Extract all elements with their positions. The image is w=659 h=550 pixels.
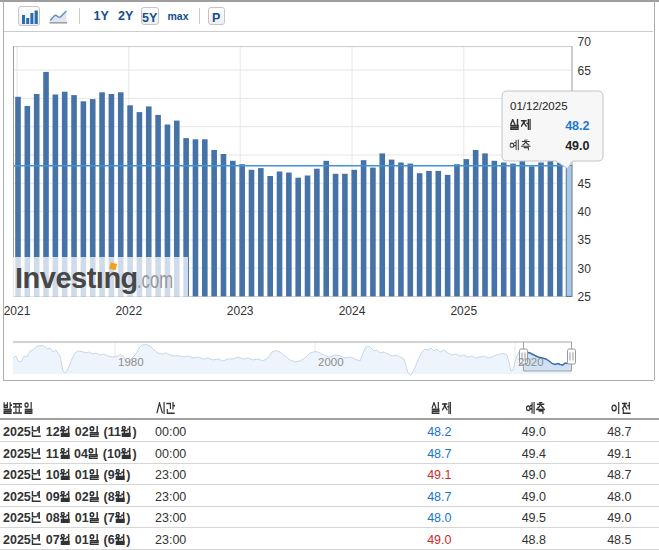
svg-text:2021: 2021 <box>4 304 31 318</box>
svg-text:30: 30 <box>578 262 592 276</box>
svg-text:1980: 1980 <box>118 356 144 368</box>
svg-text:35: 35 <box>578 233 592 247</box>
svg-text:2025: 2025 <box>450 304 477 318</box>
svg-text:.com: .com <box>137 266 173 293</box>
svg-text:Investıng: Investıng <box>15 262 138 294</box>
svg-text:49.0: 49.0 <box>565 139 589 153</box>
svg-text:45: 45 <box>578 177 592 191</box>
svg-text:2020: 2020 <box>518 356 544 368</box>
svg-text:2000: 2000 <box>318 356 344 368</box>
svg-text:48.2: 48.2 <box>565 119 589 133</box>
svg-text:40: 40 <box>578 205 592 219</box>
svg-text:01/12/2025: 01/12/2025 <box>510 100 568 112</box>
svg-text:2023: 2023 <box>227 304 254 318</box>
svg-text:2024: 2024 <box>339 304 366 318</box>
svg-text:2022: 2022 <box>115 304 142 318</box>
svg-text:25: 25 <box>578 290 592 304</box>
svg-text:70: 70 <box>578 35 592 49</box>
svg-text:65: 65 <box>578 64 592 78</box>
